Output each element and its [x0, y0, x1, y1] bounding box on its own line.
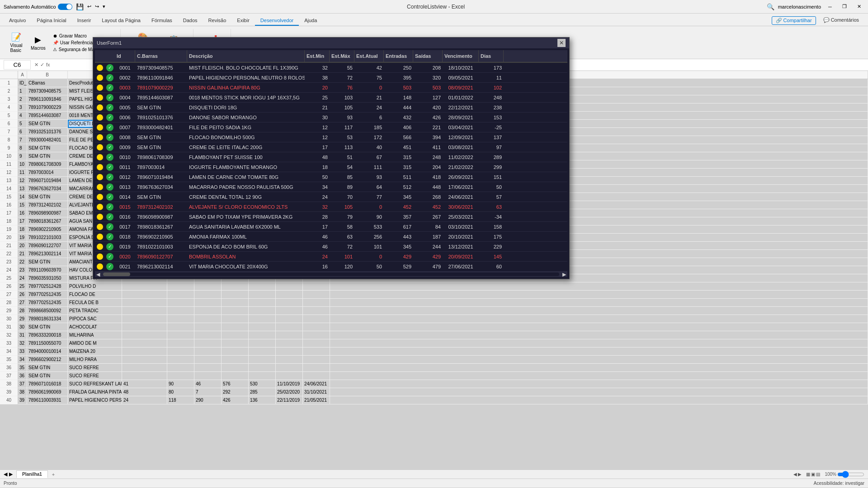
grid-cell[interactable]: 80 [167, 388, 194, 396]
grid-cell[interactable] [194, 364, 222, 372]
grid-cell[interactable] [194, 282, 222, 291]
row-number[interactable]: 16 [0, 201, 18, 209]
grid-cell[interactable]: 426 [222, 396, 249, 404]
grid-cell[interactable] [194, 323, 222, 331]
scroll-left-sheet-icon[interactable]: ◀ [793, 472, 797, 477]
row-number[interactable]: 38 [0, 380, 18, 388]
row-number[interactable]: 35 [0, 356, 18, 364]
tab-ajuda[interactable]: Ajuda [299, 16, 322, 26]
grid-cell[interactable]: PETA TRADIC [68, 307, 122, 315]
row-number[interactable]: 2 [0, 87, 18, 95]
grid-cell[interactable] [194, 347, 222, 356]
grid-cell[interactable] [167, 315, 194, 323]
header-dias[interactable]: Dias [479, 50, 504, 62]
grid-cell[interactable]: 285 [249, 388, 276, 396]
list-item[interactable]: ✓00027896110091846PAPEL HIGIENICO PERSON… [95, 73, 567, 83]
scroll-right-icon[interactable]: ▶ [9, 471, 13, 477]
grid-cell[interactable]: 36 [18, 372, 27, 380]
grid-cell[interactable]: 7 [18, 136, 27, 144]
grid-cell[interactable] [167, 364, 194, 372]
h-scrollbar-thumb[interactable] [103, 272, 130, 276]
list-item[interactable]: ✓00217896213002114VIT MARIA CHOCOLATE 20… [95, 262, 567, 272]
grid-cell[interactable] [122, 307, 167, 315]
grid-cell[interactable]: FECULA DE B [68, 299, 122, 307]
grid-cell[interactable]: 7891025101376 [27, 128, 68, 136]
grid-cell[interactable]: 25 [18, 282, 27, 291]
grid-cell[interactable] [222, 339, 249, 347]
grid-cell[interactable]: 7891022101003 [27, 234, 68, 242]
grid-cell[interactable]: 136 [249, 396, 276, 404]
add-sheet-button[interactable]: + [49, 470, 58, 479]
row-number[interactable]: 1 [0, 79, 18, 87]
list-item[interactable]: ✓0014SEM GTINCREME DENTAL TOTAL 12 90G24… [95, 192, 567, 202]
grid-cell[interactable]: FLOCAO DE [68, 291, 122, 299]
grid-cell[interactable] [194, 356, 222, 364]
scroll-right-sheet-icon[interactable]: ▶ [798, 472, 802, 477]
grid-cell[interactable]: SEM GTIN [27, 144, 68, 152]
grid-cell[interactable]: 17 [18, 217, 27, 225]
row-number[interactable]: 34 [0, 347, 18, 356]
minimize-button[interactable]: ─ [825, 1, 835, 12]
grid-cell[interactable] [249, 364, 276, 372]
grid-cell[interactable]: 1 [18, 87, 27, 95]
grid-cell[interactable] [276, 364, 303, 372]
grid-cell[interactable] [194, 315, 222, 323]
grid-cell[interactable]: 38 [18, 388, 27, 396]
header-entradas[interactable]: Entradas [384, 50, 413, 62]
grid-cell[interactable]: 24 [18, 274, 27, 282]
row-number[interactable]: 30 [0, 315, 18, 323]
grid-cell[interactable] [167, 282, 194, 291]
grid-cell[interactable] [222, 372, 249, 380]
grid-cell[interactable] [303, 299, 330, 307]
grid-cell[interactable]: 6 [18, 128, 27, 136]
list-item[interactable]: ✓00037891079000229NISSIN GALINHA CAIPIRA… [95, 83, 567, 93]
grid-cell[interactable]: 118 [167, 396, 194, 404]
list-item[interactable]: ✓00177898018361267AGUA SANITARIA LAVABEM… [95, 222, 567, 232]
grid-cell[interactable]: 9 [18, 152, 27, 160]
grid-cell[interactable]: SUCO REFRE [68, 372, 122, 380]
grid-cell[interactable]: 10 [18, 160, 27, 169]
grid-cell[interactable]: 13 [18, 185, 27, 193]
insert-function-icon[interactable]: fx [46, 62, 50, 68]
grid-cell[interactable] [167, 339, 194, 347]
grid-cell[interactable]: 7896061990069 [27, 388, 68, 396]
grid-cell[interactable] [303, 307, 330, 315]
grid-cell[interactable]: 7897003014 [27, 169, 68, 177]
row-number[interactable]: 12 [0, 169, 18, 177]
row-number[interactable]: 5 [0, 112, 18, 120]
grid-cell[interactable]: 530 [249, 380, 276, 388]
grid-cell[interactable] [222, 364, 249, 372]
row-number[interactable]: 21 [0, 242, 18, 250]
redo-icon[interactable]: ↪ [95, 4, 99, 9]
grid-cell[interactable]: 24 [122, 396, 167, 404]
grid-cell[interactable] [167, 299, 194, 307]
grid-cell[interactable]: 576 [222, 380, 249, 388]
grid-cell[interactable] [276, 291, 303, 299]
grid-cell[interactable]: 7898668500092 [27, 307, 68, 315]
row-number[interactable]: 19 [0, 225, 18, 234]
row-number[interactable]: 24 [0, 266, 18, 274]
userform-close-button[interactable]: ✕ [557, 39, 566, 47]
grid-cell[interactable]: 7898018631334 [27, 315, 68, 323]
grid-cell[interactable]: 7896763627034 [27, 185, 68, 193]
grid-cell[interactable] [303, 347, 330, 356]
grid-cell[interactable]: 30 [18, 323, 27, 331]
list-item[interactable]: ✓00197891022101003ESPONJA DE ACO BOM BRI… [95, 242, 567, 252]
grid-cell[interactable] [167, 347, 194, 356]
grid-cell[interactable]: 24/06/2021 [303, 380, 330, 388]
row-number[interactable]: 28 [0, 299, 18, 307]
grid-cell[interactable]: 25/02/2020 [276, 388, 303, 396]
grid-cell[interactable]: 7897702512435 [27, 299, 68, 307]
grid-cell[interactable] [276, 307, 303, 315]
grid-cell[interactable] [194, 307, 222, 315]
row-number[interactable]: 31 [0, 323, 18, 331]
header-saidas[interactable]: Saídas [413, 50, 443, 62]
grid-cell[interactable] [122, 331, 167, 339]
grid-cell[interactable]: 21/05/2021 [303, 396, 330, 404]
list-item[interactable]: ✓00107898061708309FLAMBOYANT PET SUISSE … [95, 152, 567, 162]
grid-cell[interactable] [303, 364, 330, 372]
grid-cell[interactable]: 7896110003931 [27, 396, 68, 404]
listview-body[interactable]: ✓00017897309408575MIST FLEISCH. BOLO CHO… [95, 63, 567, 272]
grid-cell[interactable]: 7895144603087 [27, 112, 68, 120]
grid-cell[interactable]: 27 [18, 299, 27, 307]
